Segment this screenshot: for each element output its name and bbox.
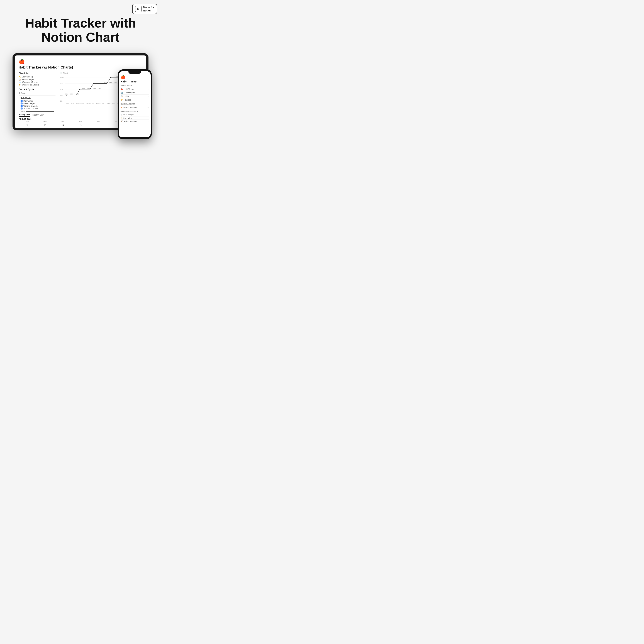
daily-habits-title: Daily Habits xyxy=(21,97,54,99)
svg-text:50%: 50% xyxy=(87,88,90,89)
nav-label-3: Habits xyxy=(124,95,129,97)
expense-dots-3: ··· xyxy=(147,120,149,122)
svg-point-36 xyxy=(110,77,111,78)
tab-monthly[interactable]: Monthly View xyxy=(33,114,44,117)
daily-habit-row-3: Wake up at 5 a.m. xyxy=(21,105,54,107)
phone-expense-2[interactable]: ✏️ Diary writing ··· xyxy=(121,116,149,120)
expense-dots-2: ··· xyxy=(147,117,149,119)
daily-habits-box: Daily Habits Diary writing Read 2 Pages xyxy=(19,96,56,112)
svg-text:25%: 25% xyxy=(76,93,79,95)
phone-nav-current-cycle[interactable]: 🔄 Current Cycle ··· xyxy=(121,91,149,95)
expense-label-3: Workout for 1 hour xyxy=(123,120,137,122)
notion-n-logo: N xyxy=(135,6,142,12)
expense-read-icon: 📋 xyxy=(121,114,123,116)
today-badge: ⊞ Today xyxy=(19,92,56,94)
progress-percent: 100% xyxy=(21,110,25,112)
nav-rewards-icon: 🏆 xyxy=(121,99,123,101)
habit-item-2: 📋 Read 2 Pages xyxy=(19,78,56,80)
quick-workout-icon: 🏋️ xyxy=(121,107,123,108)
nav-dots-4: ··· xyxy=(147,99,149,101)
svg-text:90%: 90% xyxy=(60,83,63,85)
svg-text:75%: 75% xyxy=(104,82,106,83)
phone-app-title: Habit Tracker xyxy=(121,80,149,83)
svg-text:August 7, 2024: August 7, 2024 xyxy=(96,103,104,104)
svg-text:75%: 75% xyxy=(109,82,112,83)
nav-dots-1: ··· xyxy=(147,88,149,90)
current-cycle-label: Current Cycle xyxy=(19,88,56,91)
phone-quick-1[interactable]: 🏋️ Workout for 1 hour ··· xyxy=(121,106,149,109)
today-label: Today xyxy=(21,92,26,94)
phone-nav-rewards[interactable]: 🏆 Rewards ··· xyxy=(121,98,149,102)
clock-icon: 🕐 xyxy=(60,72,62,74)
current-cycle-section: Current Cycle ⊞ Today Daily Habits Diary… xyxy=(19,88,56,112)
cal-header-tue: Tue xyxy=(54,121,71,124)
nav-label-2: Current Cycle xyxy=(124,92,135,94)
daily-habit-2: Read 2 Pages xyxy=(23,103,35,104)
progress-row: 100% xyxy=(21,110,54,112)
svg-text:August 1, 2024: August 1, 2024 xyxy=(66,103,74,104)
habit-label-2: Read 2 Pages xyxy=(22,78,34,80)
tablet-app-title: Habit Tracker (w/ Notion Charts) xyxy=(19,65,142,69)
svg-text:50%: 50% xyxy=(82,88,85,89)
svg-text:25%: 25% xyxy=(70,93,73,95)
nav-dots-2: ··· xyxy=(147,92,149,94)
habit-label-4: Workout for 1 hours xyxy=(22,84,39,86)
cal-header-wed: Wed xyxy=(72,121,89,124)
habit-label-3: Wake up at 5 a.m. xyxy=(22,81,38,83)
cal-header-thu: Thu xyxy=(90,121,107,124)
phone-expense-title: Expense Source xyxy=(121,111,149,113)
phone-nav-left-2: 🔄 Current Cycle xyxy=(121,92,135,94)
expense-diary-icon: ✏️ xyxy=(121,117,123,119)
grid-icon: ⊞ xyxy=(19,92,20,94)
quick-label-1: Workout for 1 hour xyxy=(123,107,137,108)
habit-item-1: ✏️ Diary writing xyxy=(19,76,56,78)
cal-day-12: 12 xyxy=(19,124,36,127)
badge-line2: Notion xyxy=(143,9,151,12)
phone-quick-access-title: Quick Access xyxy=(121,103,149,105)
tablet-left-panel: Check-in ✏️ Diary writing 📋 Read 2 Pages… xyxy=(19,72,56,111)
svg-text:August 9, 2024: August 9, 2024 xyxy=(106,103,114,104)
phone-nav-title: Navigation xyxy=(121,85,149,87)
svg-point-34 xyxy=(79,89,80,90)
checkbox-4 xyxy=(21,108,23,109)
nav-apple-icon: 🍎 xyxy=(121,88,123,90)
checkin-label: Check-in xyxy=(19,72,56,75)
cal-day-13: 13 xyxy=(36,124,54,127)
phone-apple-icon: 🍎 xyxy=(121,75,149,79)
chart-text: Chart xyxy=(63,72,68,74)
checkbox-3 xyxy=(21,105,23,107)
nav-label-4: Rewards xyxy=(124,99,131,101)
phone-expense-3[interactable]: 🏋️ Workout for 1 hour ··· xyxy=(121,120,149,123)
daily-habit-3: Wake up at 5 a.m. xyxy=(23,105,38,107)
tablet-apple-icon: 🍎 xyxy=(19,59,142,65)
habit-label-1: Diary writing xyxy=(22,76,33,78)
phone-nav-left-1: 🍎 Habit Tracker xyxy=(121,88,134,90)
svg-text:75%: 75% xyxy=(114,82,117,83)
svg-text:August 3, 2024: August 3, 2024 xyxy=(76,103,84,104)
cal-day-16 xyxy=(90,124,107,127)
tab-weekly[interactable]: Weekly View xyxy=(19,114,30,117)
phone-screen: 🍎 Habit Tracker Navigation 🍎 Habit Track… xyxy=(119,71,151,137)
phone-nav-habits[interactable]: 📋 Habits ··· xyxy=(121,95,149,98)
nav-habits-icon: 📋 xyxy=(121,95,123,97)
svg-text:30%: 30% xyxy=(60,94,63,96)
svg-point-33 xyxy=(66,95,67,96)
svg-point-35 xyxy=(93,83,94,84)
daily-habit-row-2: Read 2 Pages xyxy=(21,103,54,104)
phone-expense-1[interactable]: 📋 Read 2 Pages ··· xyxy=(121,113,149,116)
svg-text:60%: 60% xyxy=(60,89,63,90)
checkbox-2 xyxy=(21,103,23,104)
nav-cycle-icon: 🔄 xyxy=(121,92,123,94)
svg-text:50%: 50% xyxy=(93,88,96,89)
read-icon: 📋 xyxy=(19,79,21,80)
nav-label-1: Habit Tracker xyxy=(124,88,134,90)
devices-container: 🍎 Habit Tracker (w/ Notion Charts) Check… xyxy=(0,53,161,139)
habit-item-4: 🏋️ Workout for 1 hours xyxy=(19,84,56,86)
cal-header-mon: Mon xyxy=(36,121,54,124)
expense-dots-1: ··· xyxy=(147,114,149,116)
checkbox-1 xyxy=(21,100,23,102)
phone-expense-left-2: ✏️ Diary writing xyxy=(121,117,132,119)
phone-nav-habit-tracker[interactable]: 🍎 Habit Tracker ··· xyxy=(121,87,149,91)
phone-device: 🍎 Habit Tracker Navigation 🍎 Habit Track… xyxy=(118,69,152,139)
daily-habit-row-4: Workout for 1 hour xyxy=(21,108,54,109)
